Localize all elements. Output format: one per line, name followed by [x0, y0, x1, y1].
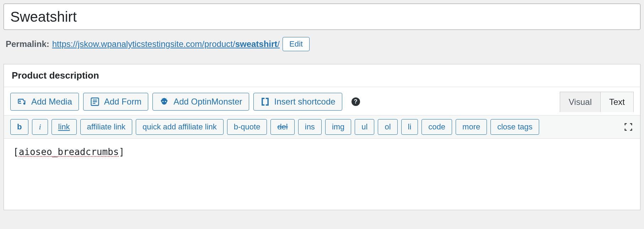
- panel-heading: Product description: [4, 64, 640, 87]
- product-description-panel: Product description Add Media Add Form: [4, 64, 640, 210]
- qt-ul-button[interactable]: ul: [355, 119, 374, 135]
- permalink-slug: sweatshirt: [235, 39, 278, 49]
- editor-mode-tabs: Visual Text: [560, 91, 634, 112]
- form-list-icon: [90, 97, 100, 107]
- add-optinmonster-button[interactable]: Add OptinMonster: [152, 93, 249, 111]
- qt-del-button[interactable]: del: [270, 119, 294, 135]
- editor-open-bracket: [: [13, 147, 19, 157]
- add-form-button[interactable]: Add Form: [83, 93, 148, 111]
- camera-music-icon: [17, 97, 27, 107]
- tab-text[interactable]: Text: [600, 92, 634, 112]
- permalink-label: Permalink:: [6, 39, 49, 49]
- optinmonster-mascot-icon: [159, 97, 169, 107]
- qt-italic-button[interactable]: i: [32, 119, 48, 135]
- media-toolbar-row: Add Media Add Form Add OptinMonster: [4, 87, 640, 112]
- edit-permalink-button[interactable]: Edit: [283, 37, 310, 51]
- editor-textarea[interactable]: [aioseo_breadcrumbs]: [4, 139, 640, 210]
- qt-more-button[interactable]: more: [456, 119, 487, 135]
- permalink-link[interactable]: https://jskow.wpanalyticstestingsite.com…: [52, 39, 280, 49]
- shortcode-brackets-icon: [260, 97, 270, 107]
- qt-bquote-button[interactable]: b-quote: [227, 119, 267, 135]
- qt-ins-button[interactable]: ins: [298, 119, 322, 135]
- qt-img-button[interactable]: img: [325, 119, 351, 135]
- permalink-row: Permalink: https://jskow.wpanalyticstest…: [6, 37, 638, 51]
- add-form-label: Add Form: [104, 97, 141, 107]
- insert-shortcode-label: Insert shortcode: [274, 97, 336, 107]
- permalink-suffix: /: [277, 39, 280, 49]
- qt-ol-button[interactable]: ol: [378, 119, 397, 135]
- insert-shortcode-button[interactable]: Insert shortcode: [253, 93, 342, 111]
- add-media-button[interactable]: Add Media: [10, 93, 79, 111]
- add-media-label: Add Media: [31, 97, 72, 107]
- fullscreen-toggle-icon[interactable]: [623, 122, 634, 132]
- qt-bold-button[interactable]: b: [10, 119, 28, 135]
- product-title-input[interactable]: [4, 4, 640, 30]
- qt-quick-affiliate-link-button[interactable]: quick add affiliate link: [136, 119, 224, 135]
- qt-affiliate-link-button[interactable]: affiliate link: [80, 119, 132, 135]
- tab-visual[interactable]: Visual: [560, 92, 601, 112]
- permalink-prefix: https://jskow.wpanalyticstestingsite.com…: [52, 39, 235, 49]
- editor-close-bracket: ]: [119, 147, 124, 157]
- qt-li-button[interactable]: li: [401, 119, 418, 135]
- help-icon[interactable]: ?: [351, 97, 360, 106]
- quicktags-toolbar: b i link affiliate link quick add affili…: [4, 115, 640, 139]
- add-optinmonster-label: Add OptinMonster: [173, 97, 242, 107]
- qt-close-tags-button[interactable]: close tags: [490, 119, 539, 135]
- editor-shortcode-word: aioseo_breadcrumbs: [19, 147, 119, 157]
- qt-code-button[interactable]: code: [422, 119, 452, 135]
- qt-link-button[interactable]: link: [52, 119, 77, 135]
